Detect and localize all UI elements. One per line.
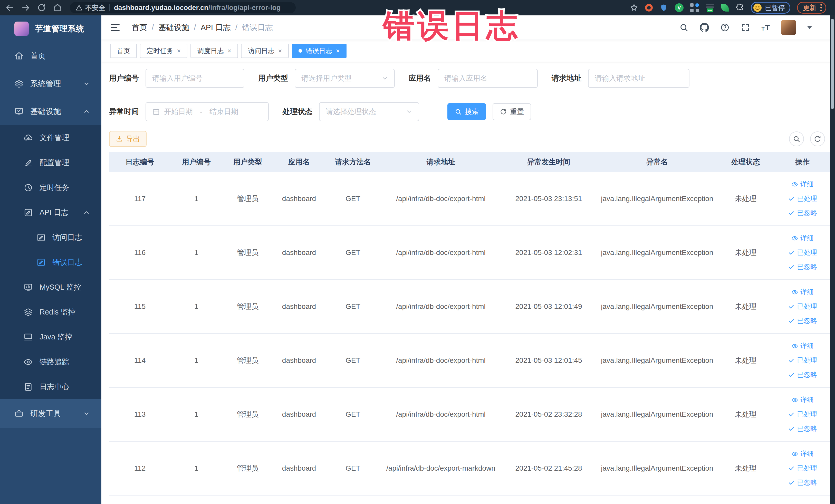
detail-link[interactable]: 详细	[791, 180, 814, 189]
top-navbar: 首页 / 基础设施 / API 日志 / 错误日志 TT	[101, 15, 835, 40]
request-url-input[interactable]: 请输入请求地址	[588, 69, 690, 88]
url-divider	[109, 4, 110, 11]
cell-time: 2021-05-03 23:13:51	[501, 194, 597, 204]
sidebar: 芋道管理系统 首页系统管理基础设施文件管理配置管理定时任务API 日志访问日志错…	[0, 15, 101, 504]
mark-processed-link[interactable]: 已处理	[788, 409, 817, 419]
mark-ignored-link[interactable]: 已忽略	[788, 478, 817, 488]
mark-ignored-link[interactable]: 已忽略	[788, 262, 817, 272]
sidebar-item-log-center[interactable]: 日志中心	[0, 374, 101, 399]
mark-ignored-link[interactable]: 已忽略	[788, 316, 817, 326]
page-scrollbar-thumb[interactable]	[831, 19, 834, 109]
page-scrollbar[interactable]	[830, 15, 835, 504]
detail-link[interactable]: 详细	[791, 234, 814, 243]
app-name-input[interactable]: 请输入应用名	[437, 69, 538, 88]
font-size-icon[interactable]: TT	[761, 23, 770, 32]
browser-menu-kebab-icon[interactable]	[820, 4, 822, 11]
sidebar-item-home[interactable]: 首页	[0, 42, 101, 70]
cell-app_name: dashboard	[273, 247, 325, 258]
sidebar-item-error-log[interactable]: 错误日志	[0, 250, 101, 275]
app-logo-row[interactable]: 芋道管理系统	[0, 15, 101, 42]
file-icon	[24, 133, 33, 142]
home-icon	[14, 52, 24, 61]
sidebar-item-mysql[interactable]: MySQL 监控	[0, 275, 101, 300]
tab-首页[interactable]: 首页	[110, 44, 137, 58]
tab-错误日志[interactable]: 错误日志×	[292, 44, 347, 58]
sidebar-item-redis[interactable]: Redis 监控	[0, 300, 101, 324]
detail-link[interactable]: 详细	[791, 449, 814, 459]
check-icon	[788, 411, 795, 418]
browser-forward-icon[interactable]	[21, 3, 30, 12]
header-search-icon[interactable]	[679, 23, 688, 32]
address-bar[interactable]: 不安全 dashboard.yudao.iocoder.cn /infra/lo…	[70, 2, 296, 13]
github-icon[interactable]	[700, 23, 709, 32]
user-id-input[interactable]: 请输入用户编号	[145, 69, 244, 88]
user-menu-caret-icon[interactable]	[807, 26, 812, 29]
browser-back-icon[interactable]	[5, 3, 14, 12]
extension-orange-icon[interactable]	[645, 4, 653, 12]
sidebar-item-devtools[interactable]: 研发工具	[0, 399, 101, 428]
browser-home-icon[interactable]	[53, 3, 62, 12]
user-type-select[interactable]: 请选择用户类型	[295, 69, 395, 88]
export-button[interactable]: 导出	[109, 131, 147, 147]
cell-time: 2021-05-02 21:45:28	[501, 463, 597, 474]
mark-ignored-link[interactable]: 已忽略	[788, 370, 817, 380]
mark-processed-link[interactable]: 已处理	[788, 356, 817, 365]
sidebar-item-java[interactable]: Java 监控	[0, 324, 101, 349]
help-icon[interactable]	[720, 23, 730, 32]
breadcrumb-item-infra[interactable]: 基础设施	[158, 22, 189, 33]
sidebar-item-label: 链路追踪	[40, 357, 69, 367]
filter-label-user-id: 用户编号	[109, 73, 139, 83]
tab-访问日志[interactable]: 访问日志×	[241, 44, 288, 58]
close-tab-icon[interactable]: ×	[177, 47, 181, 54]
tab-定时任务[interactable]: 定时任务×	[140, 44, 187, 58]
breadcrumb-item-home[interactable]: 首页	[132, 22, 147, 33]
toggle-search-button[interactable]	[789, 132, 804, 146]
search-button[interactable]: 搜索	[447, 103, 486, 120]
sidebar-item-file[interactable]: 文件管理	[0, 125, 101, 150]
fullscreen-icon[interactable]	[741, 23, 750, 32]
sidebar-item-system[interactable]: 系统管理	[0, 70, 101, 98]
cell-actions: 详细已处理已忽略	[774, 234, 831, 271]
mark-processed-link[interactable]: 已处理	[788, 194, 817, 204]
mark-processed-link[interactable]: 已处理	[788, 463, 817, 473]
extension-grid-icon[interactable]	[690, 3, 699, 12]
profile-avatar-emoji	[753, 3, 762, 12]
profile-paused-badge[interactable]: 已暂停	[751, 2, 790, 14]
extension-on-icon[interactable]: on	[706, 3, 714, 12]
browser-reload-icon[interactable]	[37, 3, 46, 12]
breadcrumb-item-apilog[interactable]: API 日志	[201, 22, 231, 33]
chevron-down-icon	[406, 108, 412, 115]
reset-button[interactable]: 重置	[493, 103, 531, 120]
extension-shield-icon[interactable]	[659, 3, 668, 12]
sidebar-item-access-log[interactable]: 访问日志	[0, 225, 101, 250]
sidebar-toggle-icon[interactable]	[110, 22, 120, 33]
user-avatar[interactable]	[781, 20, 796, 35]
browser-update-button[interactable]: 更新	[797, 2, 826, 14]
sidebar-item-config[interactable]: 配置管理	[0, 150, 101, 175]
sidebar-item-api-log[interactable]: API 日志	[0, 200, 101, 225]
cell-method: GET	[325, 463, 381, 474]
mark-ignored-link[interactable]: 已忽略	[788, 424, 817, 434]
bookmark-star-icon[interactable]	[630, 3, 638, 12]
extensions-puzzle-icon[interactable]	[735, 3, 744, 12]
tab-调度日志[interactable]: 调度日志×	[190, 44, 238, 58]
extension-v-icon[interactable]: V	[675, 3, 684, 12]
detail-link[interactable]: 详细	[791, 395, 814, 405]
mark-ignored-link[interactable]: 已忽略	[788, 208, 817, 218]
detail-link[interactable]: 详细	[791, 287, 814, 297]
process-status-select[interactable]: 请选择处理状态	[319, 102, 419, 121]
refresh-table-button[interactable]	[810, 132, 825, 146]
close-tab-icon[interactable]: ×	[278, 47, 282, 54]
close-tab-icon[interactable]: ×	[227, 47, 231, 54]
cell-user_type: 管理员	[222, 463, 273, 474]
sidebar-item-infra[interactable]: 基础设施	[0, 98, 101, 125]
detail-link[interactable]: 详细	[791, 341, 814, 351]
sidebar-submenu: 文件管理配置管理定时任务API 日志访问日志错误日志MySQL 监控Redis …	[0, 125, 101, 399]
sidebar-item-job[interactable]: 定时任务	[0, 175, 101, 200]
close-tab-icon[interactable]: ×	[336, 47, 340, 54]
sidebar-item-trace[interactable]: 链路追踪	[0, 349, 101, 374]
mark-processed-link[interactable]: 已处理	[788, 302, 817, 311]
extension-leaf-icon[interactable]	[721, 4, 729, 12]
exception-time-range-picker[interactable]: 开始日期 - 结束日期	[145, 102, 269, 121]
mark-processed-link[interactable]: 已处理	[788, 248, 817, 258]
